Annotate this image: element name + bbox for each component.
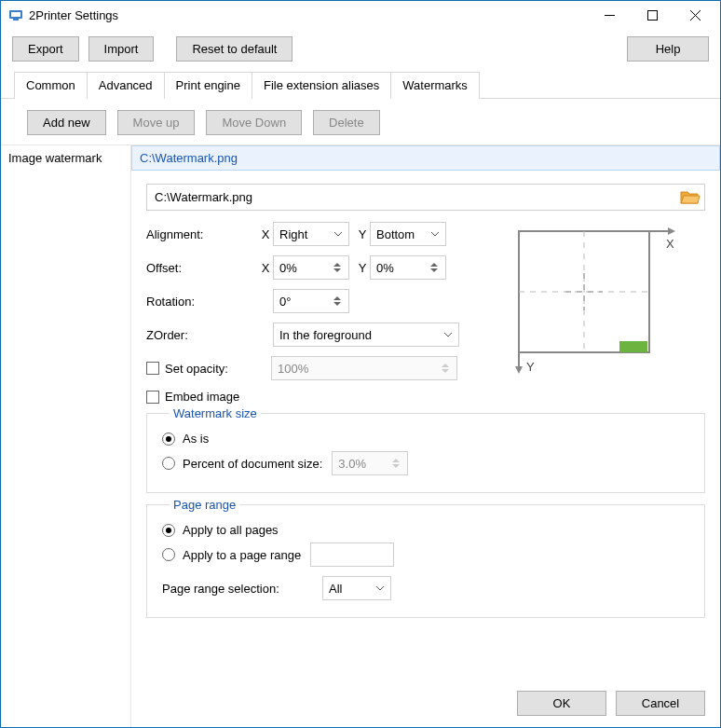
x-axis-label: X (666, 237, 674, 251)
path-row (146, 184, 705, 211)
rotation-spinner[interactable]: 0° (273, 289, 349, 313)
size-percent-spinner[interactable]: 3.0% (332, 451, 408, 475)
embed-checkbox[interactable] (146, 391, 159, 404)
list-item[interactable]: Image watermark (1, 145, 130, 171)
range-custom-label: Apply to a page range (183, 548, 301, 562)
svg-rect-4 (647, 10, 657, 20)
range-input[interactable] (310, 543, 394, 567)
svg-rect-16 (619, 341, 647, 352)
page-range-group: Page range Apply to all pages Apply to a… (146, 504, 705, 618)
tab-common[interactable]: Common (14, 72, 88, 99)
reset-button[interactable]: Reset to default (176, 36, 292, 62)
alignment-label: Alignment: (146, 227, 258, 241)
zorder-label: ZOrder: (146, 328, 258, 342)
move-down-button[interactable]: Move Down (206, 110, 302, 135)
dialog-footer: OK Cancel (131, 680, 720, 727)
maximize-button[interactable] (631, 1, 673, 29)
size-asis-radio[interactable] (162, 433, 175, 446)
range-selection-select[interactable]: All (322, 576, 391, 600)
offset-label: Offset: (146, 261, 258, 275)
watermark-list: Image watermark (1, 145, 131, 727)
svg-marker-10 (515, 366, 523, 374)
alignment-preview: X Y (510, 222, 677, 380)
zorder-select[interactable]: In the foreground (273, 323, 459, 347)
tab-advanced[interactable]: Advanced (87, 72, 165, 99)
cancel-button[interactable]: Cancel (616, 691, 705, 716)
add-new-button[interactable]: Add new (27, 110, 106, 135)
browse-icon[interactable] (678, 186, 701, 209)
size-percent-label: Percent of document size: (183, 457, 322, 471)
offset-y-label: Y (355, 261, 370, 275)
svg-rect-1 (11, 12, 20, 17)
main-layout: Image watermark C:\Watermark.png Alignm (1, 145, 720, 727)
tab-watermarks[interactable]: Watermarks (390, 72, 480, 99)
delete-button[interactable]: Delete (313, 110, 380, 135)
opacity-label: Set opacity: (165, 362, 256, 376)
align-x-select[interactable]: Right (273, 222, 349, 246)
minimize-button[interactable] (588, 1, 631, 29)
svg-marker-8 (668, 227, 675, 235)
range-legend: Page range (170, 498, 239, 512)
range-all-radio[interactable] (162, 524, 175, 537)
offset-y-spinner[interactable]: 0% (370, 255, 446, 280)
size-legend: Watermark size (170, 406, 261, 420)
offset-x-label: X (258, 261, 273, 275)
rotation-label: Rotation: (146, 295, 258, 309)
settings-window: 2Printer Settings Export Import Reset to… (0, 0, 721, 728)
help-button[interactable]: Help (627, 36, 709, 62)
align-y-select[interactable]: Bottom (370, 222, 446, 246)
main-toolbar: Export Import Reset to default Help (1, 29, 720, 71)
range-selection-label: Page range selection: (162, 582, 322, 596)
range-custom-radio[interactable] (162, 548, 175, 561)
size-percent-radio[interactable] (162, 457, 175, 470)
opacity-spinner[interactable]: 100% (271, 356, 457, 380)
y-axis-label: Y (526, 360, 535, 374)
content-pane: C:\Watermark.png Alignment: X (131, 145, 720, 727)
ok-button[interactable]: OK (517, 691, 606, 716)
path-input[interactable] (147, 185, 678, 210)
svg-rect-2 (13, 19, 19, 21)
tab-strip: Common Advanced Print engine File extens… (1, 71, 720, 99)
close-button[interactable] (673, 1, 716, 29)
watermark-toolbar: Add new Move up Move Down Delete (1, 99, 720, 145)
embed-label: Embed image (165, 390, 239, 404)
x-label: X (258, 227, 273, 241)
y-label: Y (355, 227, 370, 241)
move-up-button[interactable]: Move up (117, 110, 196, 135)
window-title: 2Printer Settings (29, 8, 588, 22)
selected-path-header: C:\Watermark.png (131, 145, 720, 171)
watermark-size-group: Watermark size As is Percent of document… (146, 413, 705, 493)
titlebar: 2Printer Settings (1, 1, 720, 29)
export-button[interactable]: Export (12, 36, 79, 62)
size-asis-label: As is (183, 432, 209, 446)
tab-file-ext[interactable]: File extension aliases (252, 72, 391, 99)
import-button[interactable]: Import (88, 36, 155, 62)
range-all-label: Apply to all pages (183, 523, 279, 537)
tab-print-engine[interactable]: Print engine (164, 72, 252, 99)
details-panel: Alignment: X Right Y Bottom (131, 171, 720, 637)
opacity-checkbox[interactable] (146, 362, 159, 375)
offset-x-spinner[interactable]: 0% (273, 255, 349, 280)
app-icon (8, 7, 23, 22)
